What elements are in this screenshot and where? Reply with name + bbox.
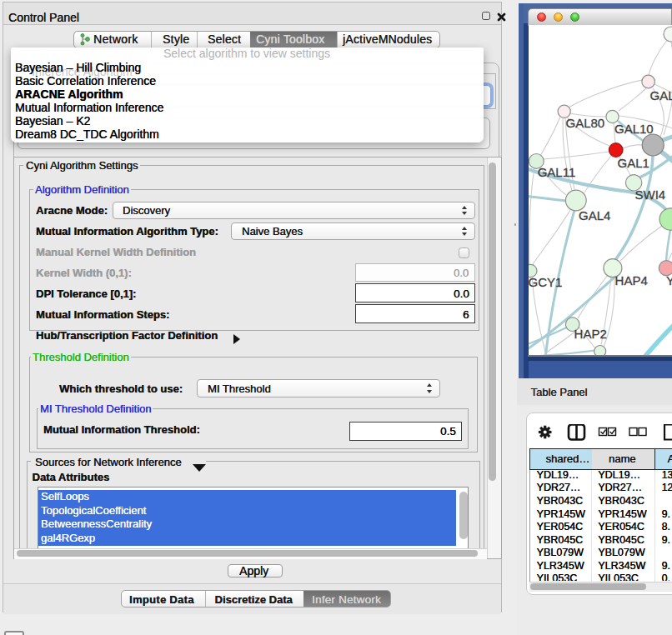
svg-text:YJR048W: YJR048W xyxy=(666,273,672,288)
svg-text:GAL7: GAL7 xyxy=(650,88,672,102)
svg-text:GAL11: GAL11 xyxy=(538,165,576,179)
svg-text:HAP2: HAP2 xyxy=(574,327,607,341)
svg-text:GAL80: GAL80 xyxy=(566,116,605,130)
svg-text:GCY1: GCY1 xyxy=(529,275,562,289)
svg-text:GAL1: GAL1 xyxy=(618,156,649,170)
svg-text:HAP4: HAP4 xyxy=(615,273,648,288)
svg-text:SWI4: SWI4 xyxy=(635,188,666,202)
svg-text:GAL10: GAL10 xyxy=(614,122,654,136)
svg-text:GAL4: GAL4 xyxy=(579,208,610,222)
